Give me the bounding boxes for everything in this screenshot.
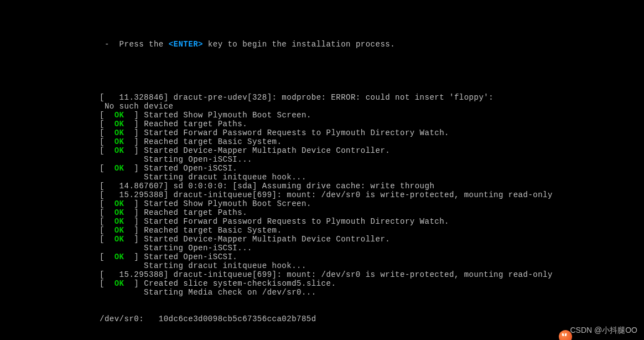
log-line: [ OK ] Started Show Plymouth Boot Screen… bbox=[100, 199, 644, 208]
log-line: [ OK ] Started Open-iSCSI. bbox=[100, 253, 644, 261]
enter-key: <ENTER> bbox=[169, 40, 203, 49]
ok-status: OK bbox=[115, 164, 124, 173]
ok-status: OK bbox=[115, 253, 124, 261]
ok-status: OK bbox=[115, 208, 124, 217]
boot-terminal: - Press the <ENTER> key to begin the ins… bbox=[0, 0, 644, 340]
dev-line: /dev/sr0: 10dc6ce3d0098cb5c67356cca02b78… bbox=[100, 315, 644, 323]
prompt-suffix: key to begin the installation process. bbox=[203, 40, 395, 49]
log-line: No such device bbox=[100, 102, 644, 111]
log-line: [ OK ] Reached target Paths. bbox=[100, 208, 644, 217]
log-line: Starting Media check on /dev/sr0... bbox=[100, 288, 644, 297]
log-line: [ 14.867607] sd 0:0:0:0: [sda] Assuming … bbox=[100, 182, 644, 190]
log-line: [ OK ] Reached target Basic System. bbox=[100, 226, 644, 235]
log-line: [ OK ] Started Show Plymouth Boot Screen… bbox=[100, 111, 644, 120]
log-line: [ OK ] Started Open-iSCSI. bbox=[100, 164, 644, 173]
ok-status: OK bbox=[115, 120, 124, 128]
log-line: [ OK ] Started Device-Mapper Multipath D… bbox=[100, 235, 644, 244]
log-line: [ 11.328846] dracut-pre-udev[328]: modpr… bbox=[100, 93, 644, 102]
log-line: Starting Open-iSCSI... bbox=[100, 155, 644, 164]
log-line: [ OK ] Started Forward Password Requests… bbox=[100, 128, 644, 137]
ok-status: OK bbox=[115, 217, 124, 226]
log-line: [ OK ] Reached target Paths. bbox=[100, 120, 644, 128]
log-line: [ OK ] Started Forward Password Requests… bbox=[100, 217, 644, 226]
ok-status: OK bbox=[115, 128, 124, 137]
ok-status: OK bbox=[115, 279, 124, 288]
ok-status: OK bbox=[115, 146, 124, 155]
log-line: [ OK ] Started Device-Mapper Multipath D… bbox=[100, 146, 644, 155]
log-line: [ 15.295388] dracut-initqueue[699]: moun… bbox=[100, 270, 644, 279]
log-line: [ OK ] Created slice system-checkisomd5.… bbox=[100, 279, 644, 288]
prompt-line: - Press the <ENTER> key to begin the ins… bbox=[100, 40, 644, 49]
log-line: Starting Open-iSCSI... bbox=[100, 244, 644, 253]
log-line: Starting dracut initqueue hook... bbox=[100, 173, 644, 182]
prompt-prefix: - Press the bbox=[100, 40, 169, 49]
log-line: [ 15.295388] dracut-initqueue[699]: moun… bbox=[100, 190, 644, 199]
ok-status: OK bbox=[115, 199, 124, 208]
ok-status: OK bbox=[115, 111, 124, 120]
ok-status: OK bbox=[115, 235, 124, 244]
boot-log: [ 11.328846] dracut-pre-udev[328]: modpr… bbox=[100, 93, 644, 297]
log-line: Starting dracut initqueue hook... bbox=[100, 261, 644, 270]
log-line: [ OK ] Reached target Basic System. bbox=[100, 137, 644, 146]
watermark-text: CSDN @小抖腿OO bbox=[570, 326, 637, 336]
ok-status: OK bbox=[115, 226, 124, 235]
ok-status: OK bbox=[115, 137, 124, 146]
